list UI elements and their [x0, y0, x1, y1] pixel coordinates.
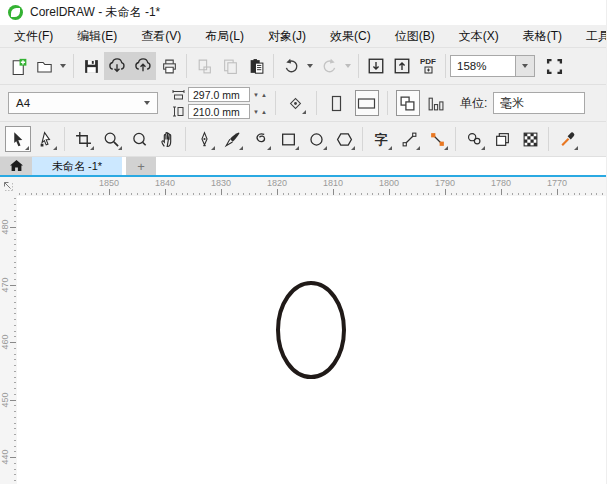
units-value: 毫米	[500, 95, 524, 112]
document-tab-active[interactable]: 未命名 -1*	[32, 157, 122, 175]
pen-tool[interactable]	[191, 126, 217, 152]
ruler-tick	[10, 227, 16, 228]
transparency-tool[interactable]	[461, 126, 487, 152]
menu-item-8[interactable]: 表格(T)	[511, 25, 574, 48]
dimension-tool[interactable]	[396, 126, 422, 152]
undo-dropdown-button[interactable]	[304, 53, 316, 79]
landscape-icon	[357, 97, 376, 110]
pick-tool[interactable]	[5, 126, 31, 152]
contour-tool[interactable]	[489, 126, 515, 152]
page-height-spinner[interactable]: ▼▲	[253, 109, 267, 115]
workspace: 480470460450440	[0, 196, 606, 484]
menu-item-5[interactable]: 效果(C)	[318, 25, 383, 48]
ruler-tick	[210, 193, 211, 195]
open-button[interactable]	[31, 52, 57, 80]
drawn-ellipse[interactable]	[278, 283, 344, 377]
open-dropdown-button[interactable]	[57, 53, 69, 79]
ruler-tick	[36, 193, 37, 195]
ruler-tick	[344, 193, 345, 195]
export-button[interactable]	[389, 52, 415, 80]
menu-item-0[interactable]: 文件(F)	[2, 25, 65, 48]
fullscreen-button[interactable]	[541, 52, 567, 80]
brush-tool[interactable]	[219, 126, 245, 152]
property-bar: A4 297.0 mm ▼▲ 210.0 mm ▼▲	[0, 85, 606, 122]
vertical-ruler[interactable]: 480470460450440	[0, 196, 17, 484]
redo-dropdown-button[interactable]	[342, 53, 354, 79]
brush-tool-icon	[224, 131, 241, 148]
crop-tool[interactable]	[70, 126, 96, 152]
menu-item-6[interactable]: 位图(B)	[383, 25, 447, 48]
ruler-tick	[47, 193, 48, 195]
ruler-tick	[299, 193, 300, 195]
portrait-orientation-button[interactable]	[325, 90, 349, 116]
ruler-tick	[14, 354, 16, 355]
all-pages-button[interactable]	[396, 90, 420, 116]
ruler-label: 1770	[543, 178, 571, 188]
redo-button[interactable]	[316, 52, 342, 80]
units-group: 单位: 毫米	[460, 92, 585, 114]
rectangle-tool[interactable]	[275, 126, 301, 152]
new-tab-button[interactable]: +	[126, 157, 156, 175]
polygon-tool[interactable]	[331, 126, 357, 152]
menu-item-7[interactable]: 文本(X)	[447, 25, 511, 48]
contour-tool-icon	[494, 131, 511, 148]
menu-item-4[interactable]: 对象(J)	[256, 25, 318, 48]
page-size-select[interactable]: A4	[8, 92, 158, 114]
cloud-upload-button[interactable]	[130, 52, 156, 80]
pan-tool[interactable]	[154, 126, 180, 152]
paste-button[interactable]	[243, 52, 269, 80]
title-bar: CorelDRAW - 未命名 -1*	[0, 0, 606, 25]
zoom-level-field[interactable]: 158%	[450, 55, 516, 77]
nudge-offset-button[interactable]	[284, 90, 308, 116]
ruler-tick	[557, 189, 558, 195]
ruler-label: 1850	[95, 178, 123, 188]
menu-item-2[interactable]: 查看(V)	[129, 25, 193, 48]
cut-button[interactable]	[191, 52, 217, 80]
welcome-home-button[interactable]	[0, 157, 32, 175]
freehand-tool[interactable]	[247, 126, 273, 152]
mesh-fill-tool[interactable]	[517, 126, 543, 152]
units-label: 单位:	[460, 95, 487, 112]
units-select[interactable]: 毫米	[493, 92, 585, 114]
ruler-tick	[479, 193, 480, 195]
zoom-out-tool[interactable]	[126, 126, 152, 152]
eyedropper-tool[interactable]	[554, 126, 580, 152]
new-document-button[interactable]	[5, 52, 31, 80]
ruler-tick	[14, 290, 16, 291]
menu-item-9[interactable]: 工具	[574, 25, 607, 48]
ruler-tick	[199, 193, 200, 195]
zoom-tool[interactable]	[98, 126, 124, 152]
ruler-origin-button[interactable]	[0, 177, 17, 196]
save-button[interactable]	[78, 52, 104, 80]
current-page-button[interactable]	[424, 90, 448, 116]
page-width-spinner[interactable]: ▼▲	[253, 92, 267, 98]
ellipse-tool[interactable]	[303, 126, 329, 152]
horizontal-ruler[interactable]: 185018401830182018101800179017801770	[17, 177, 606, 196]
text-tool[interactable]: 字	[368, 126, 394, 152]
page-height-field[interactable]: 210.0 mm	[188, 104, 250, 119]
copy-button[interactable]	[217, 52, 243, 80]
ruler-tick	[14, 411, 16, 412]
import-button[interactable]	[363, 52, 389, 80]
ruler-tick	[14, 359, 16, 360]
shape-tool[interactable]	[33, 126, 59, 152]
ruler-tick	[551, 193, 552, 195]
ruler-tick	[31, 193, 32, 195]
ruler-tick	[75, 193, 76, 195]
cloud-download-button[interactable]	[104, 52, 130, 80]
connector-tool[interactable]	[424, 126, 450, 152]
publish-pdf-button[interactable]: PDF	[415, 52, 441, 80]
zoom-dropdown-button[interactable]	[516, 55, 535, 77]
import-icon	[367, 57, 385, 75]
ruler-tick	[417, 193, 418, 195]
undo-button[interactable]	[278, 52, 304, 80]
print-button[interactable]	[156, 52, 182, 80]
menu-item-3[interactable]: 布局(L)	[193, 25, 256, 48]
ruler-tick	[529, 193, 530, 195]
drawing-canvas[interactable]	[17, 196, 607, 484]
spinner-up-icon: ▲	[261, 92, 267, 98]
menu-item-1[interactable]: 编辑(E)	[65, 25, 129, 48]
ruler-tick	[367, 193, 368, 195]
page-width-field[interactable]: 297.0 mm	[188, 87, 250, 102]
landscape-orientation-button[interactable]	[355, 90, 379, 116]
